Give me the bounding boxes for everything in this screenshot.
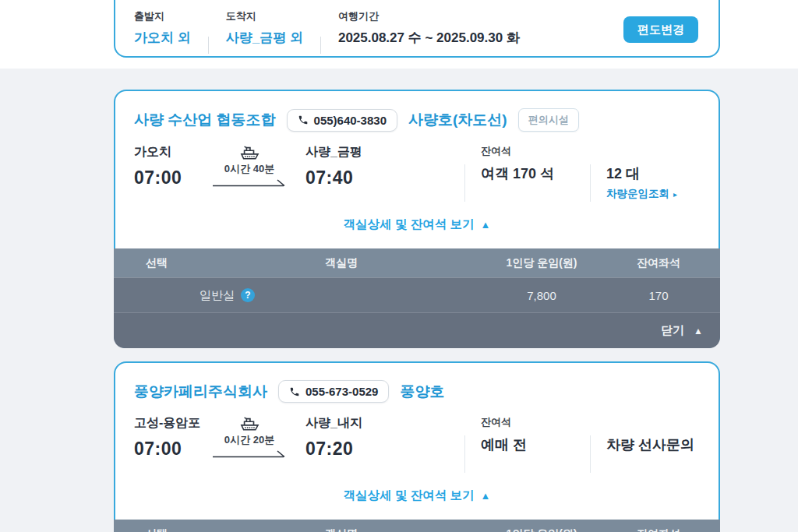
arrival-leg: 사량_내지 07:20 — [305, 415, 422, 473]
phone-icon — [298, 115, 309, 125]
remaining-seats-section: 잔여석 여객 170 석 12 대 차량운임조회 ▸ — [464, 144, 700, 202]
card-header: 사량 수산업 협동조합 055)640-3830 사량호(차도선) 편의시설 — [115, 91, 719, 132]
arrival-leg: 사량_금평 07:40 — [305, 144, 422, 202]
vehicle-cell: 12 대 차량운임조회 ▸ — [590, 164, 700, 202]
schedule-row: 고성-용암포 07:00 0시간 20분 사량_내지 07:20 — [115, 403, 719, 473]
duration-block: 0시간 20분 — [212, 415, 287, 473]
departure-summary: 출발지 가오치 외 — [134, 9, 191, 47]
remaining-row: 여객 170 석 12 대 차량운임조회 ▸ — [464, 164, 700, 202]
company-name: 풍양카페리주식회사 — [134, 382, 267, 402]
phone-number: 055-673-0529 — [305, 385, 378, 398]
period-value: 2025.08.27 수 ~ 2025.09.30 화 — [338, 29, 520, 47]
detail-toggle-row: 객실상세 및 잔여석 보기 ▲ — [115, 473, 719, 520]
phone-icon — [289, 386, 300, 397]
col-fare: 1인당 운임(원) — [483, 256, 600, 270]
room-name: 일반실 — [200, 288, 235, 303]
ferry-card-saryang: 사량 수산업 협동조합 055)640-3830 사량호(차도선) 편의시설 가… — [114, 90, 720, 348]
passenger-seats-cell: 예매 전 — [464, 435, 590, 473]
amenities-badge[interactable]: 편의시설 — [518, 108, 579, 132]
search-summary-bar: 출발지 가오치 외 도착지 사량_금평 외 여행기간 2025.08.27 수 … — [0, 0, 798, 69]
departure-value: 가오치 외 — [134, 29, 191, 47]
duration-text: 0시간 40분 — [224, 162, 274, 176]
room-table: 선택 객실명 1인당 운임(원) 잔여좌석 — [114, 520, 720, 532]
departure-time: 07:00 — [134, 167, 212, 188]
arrival-value: 사량_금평 외 — [226, 29, 303, 47]
departure-leg: 고성-용암포 07:00 — [134, 415, 212, 473]
passenger-seats: 예매 전 — [481, 437, 527, 453]
passenger-seats: 여객 170 석 — [481, 166, 554, 181]
phone-button[interactable]: 055)640-3830 — [287, 109, 397, 132]
ship-name: 풍양호 — [400, 382, 444, 402]
arrival-port: 사량_내지 — [305, 415, 422, 432]
one-way-change-button[interactable]: 편도변경 — [623, 16, 698, 43]
room-table-row: 일반실 ? 7,800 170 — [114, 277, 720, 312]
remaining-label: 잔여석 — [481, 144, 700, 158]
col-select: 선택 — [114, 256, 200, 270]
ferry-card-pungyang: 풍양카페리주식회사 055-673-0529 풍양호 고성-용암포 07:00 — [114, 361, 720, 532]
room-name-cell: 일반실 ? — [200, 288, 483, 303]
arrival-time: 07:20 — [305, 439, 422, 460]
vehicle-fare-link-label: 차량운임조회 — [606, 187, 669, 201]
summary-divider — [320, 37, 321, 54]
search-summary-panel: 출발지 가오치 외 도착지 사량_금평 외 여행기간 2025.08.27 수 … — [114, 0, 720, 58]
triangle-up-icon: ▲ — [694, 326, 703, 336]
arrival-label: 도착지 — [226, 9, 303, 23]
arrival-time: 07:40 — [305, 167, 422, 188]
summary-divider — [208, 37, 209, 54]
vehicle-info: 차량 선사문의 — [606, 435, 700, 454]
duration-text: 0시간 20분 — [224, 433, 274, 447]
col-fare: 1인당 운임(원) — [483, 527, 600, 532]
col-room: 객실명 — [200, 527, 483, 532]
period-summary: 여행기간 2025.08.27 수 ~ 2025.09.30 화 — [338, 9, 520, 47]
ship-name: 사량호(차도선) — [408, 110, 507, 130]
help-icon[interactable]: ? — [241, 288, 255, 302]
room-table-header: 선택 객실명 1인당 운임(원) 잔여좌석 — [114, 248, 720, 277]
room-detail-toggle[interactable]: 객실상세 및 잔여석 보기 ▲ — [344, 488, 491, 504]
phone-number: 055)640-3830 — [314, 114, 387, 127]
close-label: 닫기 — [661, 323, 684, 338]
col-room: 객실명 — [200, 256, 483, 270]
room-detail-toggle-label: 객실상세 및 잔여석 보기 — [344, 217, 475, 233]
departure-port: 고성-용암포 — [134, 415, 212, 432]
ferry-icon — [238, 144, 261, 161]
departure-label: 출발지 — [134, 9, 191, 23]
ferry-icon — [238, 415, 261, 432]
arrival-port: 사량_금평 — [305, 144, 422, 160]
remaining-label: 잔여석 — [481, 415, 700, 429]
table-close-button[interactable]: 닫기 ▲ — [114, 312, 720, 348]
passenger-seats-cell: 여객 170 석 — [464, 164, 590, 202]
phone-button[interactable]: 055-673-0529 — [278, 380, 389, 403]
seats-cell: 170 — [600, 289, 717, 302]
departure-leg: 가오치 07:00 — [134, 144, 212, 202]
remaining-seats-section: 잔여석 예매 전 차량 선사문의 — [464, 415, 700, 473]
detail-toggle-row: 객실상세 및 잔여석 보기 ▲ — [115, 202, 719, 248]
triangle-up-icon: ▲ — [481, 219, 491, 231]
route-arrow-icon — [212, 178, 287, 187]
room-table: 선택 객실명 1인당 운임(원) 잔여좌석 일반실 ? 7,800 170 닫기… — [114, 248, 720, 348]
col-seats: 잔여좌석 — [600, 256, 717, 270]
card-header: 풍양카페리주식회사 055-673-0529 풍양호 — [115, 363, 719, 403]
chevron-right-icon: ▸ — [673, 190, 677, 199]
room-table-header: 선택 객실명 1인당 운임(원) 잔여좌석 — [114, 520, 720, 532]
duration-block: 0시간 40분 — [212, 144, 287, 202]
period-label: 여행기간 — [338, 9, 520, 23]
col-select: 선택 — [114, 527, 200, 532]
col-seats: 잔여좌석 — [600, 527, 717, 532]
arrival-summary: 도착지 사량_금평 외 — [226, 9, 303, 47]
room-detail-toggle[interactable]: 객실상세 및 잔여석 보기 ▲ — [344, 217, 491, 233]
room-detail-toggle-label: 객실상세 및 잔여석 보기 — [344, 488, 475, 504]
departure-port: 가오치 — [134, 144, 212, 160]
vehicle-cell: 차량 선사문의 — [590, 435, 700, 473]
vehicle-count: 12 대 — [606, 164, 700, 183]
vehicle-fare-link[interactable]: 차량운임조회 ▸ — [606, 187, 700, 201]
triangle-up-icon: ▲ — [481, 490, 491, 502]
route-arrow-icon — [212, 449, 287, 458]
departure-time: 07:00 — [134, 439, 212, 460]
fare-cell: 7,800 — [483, 289, 600, 302]
remaining-row: 예매 전 차량 선사문의 — [464, 435, 700, 473]
company-name: 사량 수산업 협동조합 — [134, 110, 276, 130]
schedule-row: 가오치 07:00 0시간 40분 사량_금평 07:40 잔여 — [115, 132, 719, 202]
